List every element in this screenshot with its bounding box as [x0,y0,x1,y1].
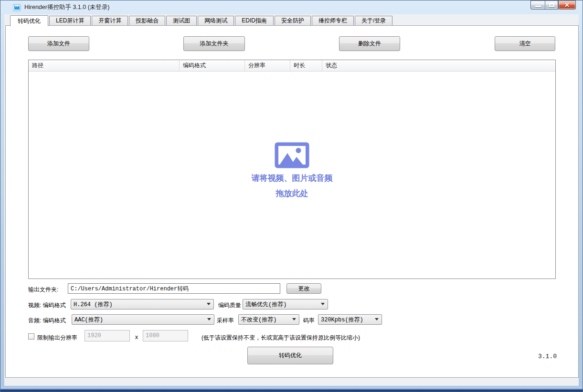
sample-rate-label: 采样率 [217,317,234,325]
close-button[interactable]: ✕ [558,0,576,10]
clear-button[interactable]: 清空 [495,36,555,51]
window-bottom-edge [0,387,583,392]
tab-edid-guide[interactable]: EDID指南 [235,16,274,25]
resolution-note: (低于该设置保持不变，长或宽高于该设置保持原比例等比缩小) [201,334,360,342]
sample-rate-value: 不改变(推荐) [241,316,276,324]
video-quality-select[interactable]: 流畅优先(推荐) [243,299,328,309]
tab-security[interactable]: 安全防护 [275,16,311,25]
audio-codec-value: AAC(推荐) [74,316,103,324]
drop-hint-line2: 拖放此处 [29,189,555,197]
tab-transcode[interactable]: 转码优化 [10,15,48,26]
video-quality-label: 编码质量 [218,301,241,309]
chevron-down-icon [375,318,379,320]
sample-rate-select[interactable]: 不改变(推荐) [238,314,299,325]
window-controls: ✕ [530,0,576,10]
resolution-separator: x [135,334,138,340]
chevron-down-icon [292,318,296,320]
version-label: 3.1.0 [538,353,557,360]
file-table-header: 路径 编码格式 分辨率 时长 状态 [29,60,555,72]
maximize-button[interactable] [545,0,558,10]
column-header-status[interactable]: 状态 [322,60,555,71]
tab-led-screen-calc[interactable]: LED屏计算 [49,16,91,25]
bitrate-label: 码率 [303,317,315,325]
app-icon [13,4,21,11]
output-folder-input[interactable] [68,283,280,294]
maximize-icon [549,3,554,7]
video-quality-value: 流畅优先(推荐) [245,300,286,309]
file-table[interactable]: 路径 编码格式 分辨率 时长 状态 请将视频、图片或音频 拖放此处 [28,60,556,279]
tab-about-login[interactable]: 关于/登录 [355,16,392,25]
minimize-button[interactable] [530,0,545,10]
close-icon: ✕ [564,2,570,8]
bitrate-select[interactable]: 320Kpbs(推荐) [318,314,382,325]
limit-resolution-label[interactable]: 限制输出分辨率 [37,334,77,342]
video-codec-select[interactable]: H.264 (推荐) [71,299,214,309]
transcode-button[interactable]: 转码优化 [247,347,333,364]
column-header-path[interactable]: 路径 [29,60,180,71]
chevron-down-icon [321,303,325,305]
minimize-icon [535,6,541,7]
change-folder-button[interactable]: 更改 [286,283,321,294]
title-bar: Hirender播控助手 3.1.0 (未登录) ✕ [0,0,583,14]
app-window: Hirender播控助手 3.1.0 (未登录) ✕ 转码优化 LED屏计算 开… [0,0,583,392]
drop-zone[interactable]: 请将视频、图片或音频 拖放此处 [29,142,555,197]
height-limit-input[interactable] [143,330,188,341]
tab-network-test[interactable]: 网络测试 [198,16,234,25]
output-folder-label: 输出文件夹: [28,286,58,294]
width-limit-input[interactable] [85,330,130,341]
bitrate-value: 320Kpbs(推荐) [321,316,363,324]
drop-hint-line1: 请将视频、图片或音频 [29,174,555,182]
tab-window-calc[interactable]: 开窗计算 [92,16,128,25]
tab-operator-column[interactable]: 播控师专栏 [312,16,354,25]
add-folder-button[interactable]: 添加文件夹 [183,36,245,51]
window-title: Hirender播控助手 3.1.0 (未登录) [24,0,110,14]
add-file-button[interactable]: 添加文件 [28,36,89,51]
delete-file-button[interactable]: 删除文件 [339,36,400,51]
image-icon [275,142,309,168]
audio-codec-select[interactable]: AAC(推荐) [72,314,214,325]
tab-bar: 转码优化 LED屏计算 开窗计算 投影融合 测试图 网络测试 EDID指南 安全… [10,15,393,26]
video-codec-label: 视频: 编码格式 [28,301,66,309]
column-header-codec[interactable]: 编码格式 [180,60,245,71]
video-codec-value: H.264 (推荐) [74,300,113,309]
audio-codec-label: 音频: 编码格式 [28,317,66,325]
chevron-down-icon [207,318,211,320]
tab-test-pattern[interactable]: 测试图 [166,16,197,25]
column-header-resolution[interactable]: 分辨率 [245,60,290,71]
chevron-down-icon [207,303,211,305]
transcode-page: 添加文件 添加文件夹 删除文件 清空 路径 编码格式 分辨率 时长 状态 [5,25,579,378]
limit-resolution-checkbox[interactable] [28,333,34,340]
tab-projection-fusion[interactable]: 投影融合 [129,16,165,25]
column-header-duration[interactable]: 时长 [290,60,322,71]
